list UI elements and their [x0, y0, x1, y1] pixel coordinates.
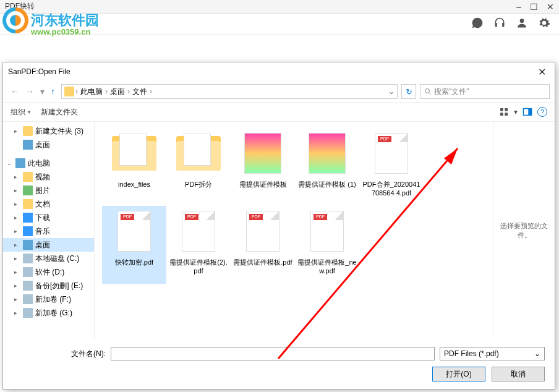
breadcrumb-sep: › — [75, 87, 78, 96]
open-button[interactable]: 打开(O) — [432, 367, 485, 381]
tree-folder-icon — [23, 140, 33, 150]
tree-label: 文档 — [35, 199, 50, 210]
tree-caret-icon[interactable]: ▸ — [14, 128, 20, 134]
organize-dropdown[interactable]: ▾ — [28, 109, 31, 115]
tree-item[interactable]: ▸下载 — [3, 211, 94, 224]
tree-caret-icon[interactable]: ▸ — [14, 174, 20, 180]
search-input[interactable]: 搜索"文件" — [420, 84, 550, 99]
cancel-button[interactable]: 取消 — [492, 367, 545, 381]
filetype-select[interactable]: PDF Files (*.pdf) ⌄ — [440, 347, 545, 360]
file-item[interactable]: PDF需提供证件模板.pdf — [231, 206, 295, 284]
nav-back-button[interactable]: ← — [8, 85, 22, 98]
svg-point-0 — [520, 19, 524, 23]
dialog-close-button[interactable]: ✕ — [534, 66, 550, 78]
svg-rect-3 — [500, 108, 503, 111]
breadcrumb-desktop[interactable]: 桌面 — [109, 87, 126, 97]
dialog-toolbar: 组织 ▾ 新建文件夹 ▾ ? — [3, 102, 555, 122]
breadcrumb[interactable]: › 此电脑 › 桌面 › 文件 › ⌄ — [61, 84, 398, 99]
gear-icon[interactable] — [538, 17, 550, 32]
tree-item[interactable]: ▸音乐 — [3, 224, 94, 238]
file-item[interactable]: PDF快转加密.pdf — [102, 206, 166, 284]
folder-icon — [112, 136, 156, 171]
tree-item[interactable]: ⌄此电脑 — [3, 156, 94, 170]
user-icon[interactable] — [516, 17, 528, 32]
nav-up-button[interactable]: ↑ — [48, 85, 58, 98]
file-name: index_files — [118, 180, 150, 189]
file-item[interactable]: 需提供证件模板 — [231, 128, 295, 206]
tree-caret-icon[interactable]: ▸ — [14, 228, 20, 234]
maximize-button[interactable]: ☐ — [530, 2, 538, 12]
tree-caret-icon[interactable]: ▸ — [14, 201, 20, 207]
file-name: 需提供证件模板 (1) — [298, 180, 356, 189]
tree-caret-icon[interactable]: ▸ — [14, 283, 20, 289]
tree-folder-icon — [23, 308, 33, 318]
tree-item[interactable]: 桌面 — [3, 138, 94, 151]
svg-point-1 — [425, 89, 430, 93]
minimize-button[interactable]: – — [516, 2, 521, 12]
file-item[interactable]: PDFPDF合并_2020041708564 4.pdf — [359, 128, 424, 206]
tree-item[interactable]: ▸文档 — [3, 197, 94, 211]
tree-caret-icon[interactable]: ⌄ — [7, 160, 13, 166]
tree-item[interactable]: ▸桌面 — [3, 238, 94, 252]
nav-bar: ← → ▾ ↑ › 此电脑 › 桌面 › 文件 › ⌄ ↻ 搜索"文件" — [3, 81, 555, 102]
tree-item[interactable]: ▸本地磁盘 (C:) — [3, 252, 94, 265]
breadcrumb-folder[interactable]: 文件 — [131, 87, 148, 97]
tree-item[interactable]: ▸图片 — [3, 184, 94, 197]
nav-forward-button[interactable]: → — [23, 85, 36, 98]
tree-label: 软件 (D:) — [35, 267, 64, 278]
headphones-icon[interactable] — [493, 17, 506, 32]
tree-item[interactable]: ▸软件 (D:) — [3, 265, 94, 279]
new-folder-button[interactable]: 新建文件夹 — [41, 107, 78, 117]
breadcrumb-sep: › — [127, 87, 130, 96]
tree-label: 新加卷 (G:) — [35, 308, 72, 318]
filename-input[interactable] — [111, 347, 435, 360]
tree-folder-icon — [23, 267, 33, 277]
pdf-icon: PDF — [182, 211, 215, 252]
close-button[interactable]: ✕ — [547, 2, 554, 12]
dialog-titlebar[interactable]: SanPDF:Open File ✕ — [3, 62, 555, 81]
tree-label: 音乐 — [35, 226, 50, 237]
file-item[interactable]: PDF需提供证件模板(2).pdf — [166, 206, 231, 284]
tree-caret-icon[interactable]: ▸ — [14, 296, 20, 302]
folder-tree[interactable]: ▸新建文件夹 (3)桌面⌄此电脑▸视频▸图片▸文档▸下载▸音乐▸桌面▸本地磁盘 … — [3, 122, 95, 339]
nav-history-dropdown[interactable]: ▾ — [38, 85, 47, 98]
svg-rect-6 — [505, 113, 508, 116]
refresh-button[interactable]: ↻ — [401, 84, 416, 99]
tree-item[interactable]: ▸新加卷 (G:) — [3, 306, 94, 320]
chevron-down-icon: ⌄ — [534, 349, 540, 358]
breadcrumb-sep: › — [105, 87, 108, 96]
tree-caret-icon[interactable]: ▸ — [14, 269, 20, 275]
tree-item[interactable]: ▸新建文件夹 (3) — [3, 124, 94, 138]
organize-button[interactable]: 组织 — [11, 107, 25, 117]
view-dropdown[interactable]: ▾ — [514, 108, 518, 116]
preview-pane-button[interactable] — [523, 107, 532, 117]
file-grid[interactable]: index_filesPDF拆分需提供证件模板需提供证件模板 (1)PDFPDF… — [95, 122, 493, 339]
help-button[interactable]: ? — [537, 107, 547, 117]
file-item[interactable]: 需提供证件模板 (1) — [295, 128, 359, 206]
pdf-icon: PDF — [117, 211, 151, 252]
tree-item[interactable]: ▸备份[勿删] (E:) — [3, 279, 94, 292]
chat-icon[interactable] — [471, 17, 484, 32]
tree-folder-icon — [23, 199, 33, 209]
tree-folder-icon — [23, 185, 33, 195]
tree-caret-icon[interactable]: ▸ — [14, 215, 20, 221]
tree-caret-icon[interactable]: ▸ — [14, 310, 20, 316]
breadcrumb-dropdown[interactable]: ⌄ — [388, 87, 395, 96]
view-icons-button[interactable] — [499, 107, 509, 117]
tree-caret-icon[interactable]: ▸ — [14, 255, 20, 262]
tree-label: 下载 — [35, 213, 50, 223]
breadcrumb-pc[interactable]: 此电脑 — [79, 87, 104, 97]
tree-caret-icon[interactable]: ▸ — [14, 242, 20, 248]
file-item[interactable]: index_files — [102, 128, 166, 206]
tree-item[interactable]: ▸新加卷 (F:) — [3, 292, 94, 306]
file-name: 需提供证件模板 — [239, 180, 287, 189]
tree-caret-icon[interactable]: ▸ — [14, 187, 20, 194]
nav-arrows: ← → ▾ ↑ — [8, 85, 58, 98]
breadcrumb-sep: › — [150, 87, 152, 96]
tree-folder-icon — [15, 158, 25, 168]
file-item[interactable]: PDF需提供证件模板_new.pdf — [295, 206, 359, 284]
tree-folder-icon — [23, 254, 33, 263]
tree-label: 桌面 — [35, 140, 50, 150]
tree-item[interactable]: ▸视频 — [3, 170, 94, 184]
file-item[interactable]: PDF拆分 — [166, 128, 231, 206]
